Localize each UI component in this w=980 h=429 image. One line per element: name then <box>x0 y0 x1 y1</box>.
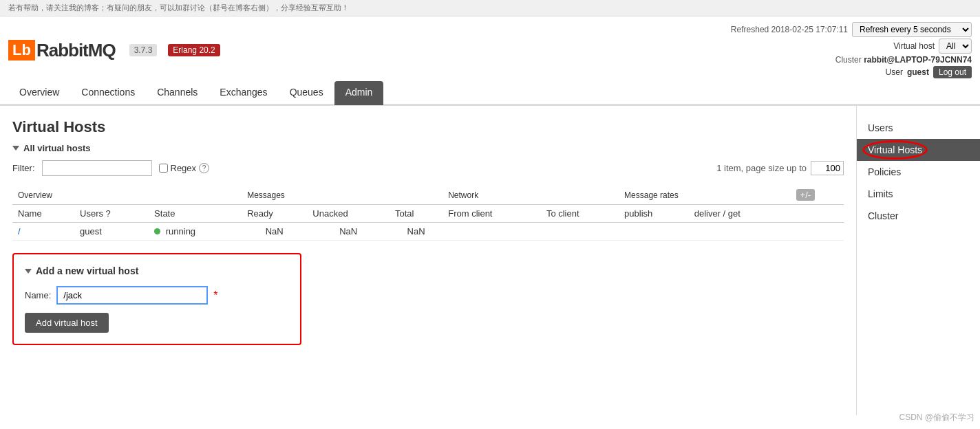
collapse-icon <box>12 146 19 151</box>
col-from-client: From client <box>443 205 541 223</box>
vhost-select[interactable]: All / <box>939 38 972 54</box>
col-state: State <box>149 205 242 223</box>
row-actions <box>791 223 844 241</box>
main-layout: Virtual Hosts All virtual hosts Filter: … <box>0 106 980 415</box>
vhost-table: Overview Messages Network Message rates … <box>12 186 844 241</box>
name-label: Name: <box>25 290 51 300</box>
refresh-row: Refreshed 2018-02-25 17:07:11 Refresh ev… <box>731 22 972 37</box>
user-row: User guest Log out <box>886 66 972 78</box>
required-star: * <box>213 289 217 302</box>
nav-overview[interactable]: Overview <box>8 81 70 105</box>
col-unacked: Unacked <box>307 205 390 223</box>
nav-connections[interactable]: Connections <box>70 81 146 105</box>
notice-text: 若有帮助，请关注我的博客；有疑问的朋友，可以加群讨论（群号在博客右侧），分享经验… <box>8 3 349 12</box>
nav-channels[interactable]: Channels <box>146 81 209 105</box>
col-users: Users ? <box>74 205 149 223</box>
row-users: guest <box>74 223 149 241</box>
row-state: running <box>149 223 242 241</box>
top-bar: Lb RabbitMQ 3.7.3 Erlang 20.2 Refreshed … <box>0 16 980 106</box>
add-vhost-button[interactable]: Add virtual host <box>25 313 109 333</box>
regex-label: Regex <box>171 163 197 173</box>
filter-row: Filter: Regex ? 1 item, page size up to <box>12 160 844 176</box>
filter-input[interactable] <box>42 160 152 176</box>
cluster-row: Cluster rabbit@LAPTOP-79JCNN74 <box>835 55 972 65</box>
logo-text: RabbitMQ <box>36 40 116 61</box>
add-remove-button[interactable]: +/- <box>796 189 816 201</box>
sidebar-item-limits[interactable]: Limits <box>857 183 980 205</box>
sidebar-item-cluster[interactable]: Cluster <box>857 205 980 227</box>
add-vhost-header[interactable]: Add a new virtual host <box>25 265 289 276</box>
regex-checkbox[interactable] <box>159 164 168 173</box>
top-header: Lb RabbitMQ 3.7.3 Erlang 20.2 Refreshed … <box>0 16 980 78</box>
erlang-badge: Erlang 20.2 <box>168 44 220 56</box>
add-vhost-collapse-icon <box>25 269 32 274</box>
logo-area: Lb RabbitMQ 3.7.3 Erlang 20.2 <box>8 40 220 61</box>
page-title: Virtual Hosts <box>12 118 844 136</box>
group-overview: Overview <box>12 186 242 205</box>
name-row: Name: * <box>25 286 289 305</box>
row-ready: NaN <box>242 223 307 241</box>
add-vhost-title: Add a new virtual host <box>36 265 138 276</box>
logout-button[interactable]: Log out <box>933 66 972 78</box>
vhost-label: Virtual host <box>893 41 935 51</box>
col-actions <box>791 205 844 223</box>
section-header[interactable]: All virtual hosts <box>12 143 844 153</box>
sidebar: Users Virtual Hosts Policies Limits Clus… <box>856 106 980 415</box>
cluster-value: rabbit@LAPTOP-79JCNN74 <box>864 55 972 65</box>
col-publish: publish <box>619 205 689 223</box>
refresh-select[interactable]: Refresh every 5 seconds Refresh every 10… <box>852 22 972 37</box>
page-size-input[interactable] <box>811 161 844 175</box>
add-vhost-section: Add a new virtual host Name: * Add virtu… <box>12 253 301 345</box>
col-total: Total <box>390 205 443 223</box>
state-indicator <box>154 228 160 234</box>
virtual-hosts-label: Virtual Hosts <box>868 144 922 155</box>
content-area: Virtual Hosts All virtual hosts Filter: … <box>0 106 856 415</box>
page-info-text: 1 item, page size up to <box>716 163 807 173</box>
name-input[interactable] <box>56 286 208 305</box>
row-unacked: NaN <box>307 223 390 241</box>
group-messages: Messages <box>242 186 443 205</box>
section-label: All virtual hosts <box>23 143 91 153</box>
refresh-time: Refreshed 2018-02-25 17:07:11 <box>731 25 848 34</box>
group-network: Network <box>443 186 619 205</box>
nav-bar: Overview Connections Channels Exchanges … <box>0 81 980 105</box>
row-publish <box>619 223 689 241</box>
col-to-client: To client <box>541 205 619 223</box>
add-remove-cell: +/- <box>791 186 844 205</box>
col-name: Name <box>12 205 74 223</box>
row-name[interactable]: / <box>12 223 74 241</box>
row-total: NaN <box>390 223 443 241</box>
logo-icon: Lb <box>8 40 35 60</box>
row-to-client <box>541 223 619 241</box>
nav-admin[interactable]: Admin <box>334 81 384 105</box>
table-row: / guest running NaN NaN <box>12 223 844 241</box>
vhost-row: Virtual host All / <box>893 38 972 54</box>
col-ready: Ready <box>242 205 307 223</box>
col-deliver-get: deliver / get <box>689 205 791 223</box>
user-value: guest <box>907 67 929 77</box>
watermark: CSDN @偷偷不学习 <box>899 412 974 415</box>
sidebar-item-users[interactable]: Users <box>857 117 980 139</box>
version-badge: 3.7.3 <box>129 44 158 56</box>
top-right: Refreshed 2018-02-25 17:07:11 Refresh ev… <box>731 22 972 78</box>
filter-label: Filter: <box>12 163 35 173</box>
row-deliver-get <box>689 223 791 241</box>
regex-check[interactable]: Regex ? <box>159 163 210 173</box>
nav-exchanges[interactable]: Exchanges <box>209 81 278 105</box>
logo-box: Lb RabbitMQ <box>8 40 116 61</box>
sidebar-item-virtual-hosts[interactable]: Virtual Hosts <box>857 139 980 161</box>
row-from-client <box>443 223 541 241</box>
page-info: 1 item, page size up to <box>716 161 844 175</box>
help-icon[interactable]: ? <box>199 163 209 173</box>
sidebar-item-policies[interactable]: Policies <box>857 161 980 183</box>
nav-queues[interactable]: Queues <box>279 81 334 105</box>
notice-bar: 若有帮助，请关注我的博客；有疑问的朋友，可以加群讨论（群号在博客右侧），分享经验… <box>0 0 980 16</box>
group-message-rates: Message rates <box>619 186 790 205</box>
